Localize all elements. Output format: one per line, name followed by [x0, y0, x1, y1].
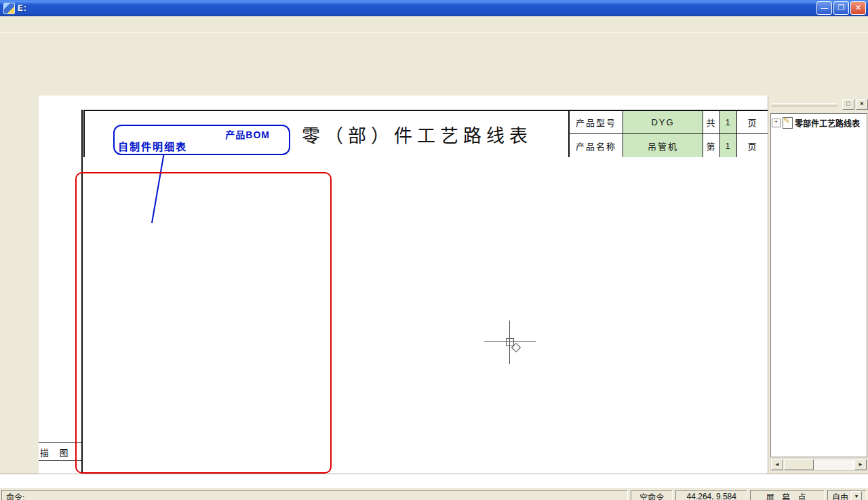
product-model-value: DYG	[623, 111, 703, 134]
maximize-button[interactable]: ❐	[833, 1, 849, 15]
close-button[interactable]: ✕	[850, 1, 866, 15]
annotation-leader-line	[152, 152, 164, 223]
cursor-coordinates: 44.264, 9.584	[675, 490, 747, 500]
process-tree-panel: □ × + 零部件工艺路线表 ◄ ►	[768, 96, 868, 474]
point-mode[interactable]: 屏 幕 点	[750, 490, 825, 500]
text-format-toolbar	[0, 75, 868, 96]
left-tool-palette	[0, 96, 39, 474]
scroll-thumb[interactable]	[784, 459, 814, 470]
title-block-line	[39, 442, 81, 443]
product-name-value: 吊管机	[623, 134, 703, 157]
drawing-toolbar	[0, 55, 868, 75]
pages-total-value: 1	[720, 111, 737, 134]
product-model-label: 产品型号	[570, 111, 623, 134]
tree-item-label: 零部件工艺路线表	[795, 117, 860, 129]
table-title: 零（部）件工艺路线表	[302, 121, 532, 148]
document-pencil-icon	[783, 117, 793, 129]
expand-icon[interactable]: +	[772, 119, 781, 127]
panel-grip[interactable]	[772, 103, 837, 106]
command-prompt[interactable]: 命令:	[1, 490, 628, 500]
selfmade-list-label: 自制件明细表	[118, 139, 187, 153]
scroll-right-icon[interactable]: ►	[854, 459, 867, 470]
product-info-block: 产品型号 DYG 共 1 页 产品名称 吊管机 第 1 页	[570, 111, 768, 157]
drawing-canvas[interactable]: 描 图 零（部）件工艺路线表 产品型号 DYG 共 1 页 产品名称 吊管机	[39, 96, 768, 474]
panel-horizontal-scrollbar[interactable]: ◄ ►	[770, 459, 867, 471]
title-block-line	[39, 460, 81, 461]
panel-close-icon[interactable]: ×	[856, 99, 868, 110]
app-icon	[3, 3, 15, 14]
command-line-area[interactable]	[0, 474, 868, 488]
command-prompt-label: 命令:	[6, 491, 24, 500]
page-current-prefix: 第	[703, 134, 720, 157]
scroll-left-icon[interactable]: ◄	[771, 459, 783, 470]
bom-annotation-box: 产品BOM 自制件明细表	[113, 125, 290, 155]
page-current-value: 1	[720, 134, 737, 157]
window-title: E:	[18, 3, 27, 13]
menu-bar	[0, 16, 868, 33]
pages-total-prefix: 共	[703, 111, 720, 134]
title-block-trace-label: 描 图	[40, 446, 73, 459]
selection-highlight-rect	[75, 172, 332, 474]
application-window: E: — ❐ ✕ 描 图 零（部）件工艺路线表 产品型号	[0, 0, 868, 500]
tree-item[interactable]: + 零部件工艺路线表	[771, 114, 867, 132]
sheet-frame-line	[81, 110, 83, 474]
status-bar: 命令: 空命令 44.264, 9.584 屏 幕 点 自由 ▼	[0, 488, 868, 500]
snap-mode-value: 自由	[832, 491, 848, 500]
minimize-button[interactable]: —	[816, 1, 832, 15]
bom-annotation-label: 产品BOM	[225, 127, 270, 141]
product-name-label: 产品名称	[570, 134, 623, 157]
panel-maximize-icon[interactable]: □	[842, 99, 854, 110]
pages-unit: 页	[737, 111, 768, 134]
snap-mode-dropdown-icon[interactable]: ▼	[851, 491, 862, 500]
command-state: 空命令	[631, 490, 673, 500]
snap-mode-select[interactable]: 自由 ▼	[827, 490, 867, 500]
standard-toolbar	[0, 33, 868, 55]
tree-view: + 零部件工艺路线表	[770, 113, 867, 457]
title-bar: E: — ❐ ✕	[0, 0, 868, 16]
page-unit: 页	[737, 134, 768, 157]
